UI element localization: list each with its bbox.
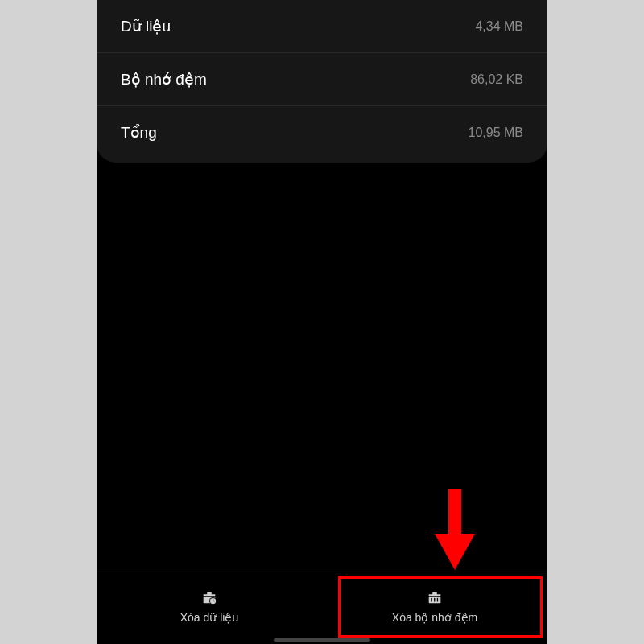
storage-label: Tổng [121,123,157,142]
navigation-handle[interactable] [274,638,370,642]
storage-value: 10,95 MB [469,126,523,140]
bottom-action-bar: Xóa dữ liệu Xóa bộ nhớ đệm [97,568,547,644]
storage-value: 86,02 KB [470,72,523,87]
svg-rect-9 [448,489,461,538]
svg-marker-10 [435,534,475,570]
broom-clock-icon [200,588,218,606]
clear-data-button[interactable]: Xóa dữ liệu [97,568,322,644]
svg-rect-7 [434,598,435,602]
clear-cache-label: Xóa bộ nhớ đệm [392,611,477,624]
storage-row-data: Dữ liệu 4,34 MB [97,0,547,53]
storage-row-cache: Bộ nhớ đệm 86,02 KB [97,53,547,106]
annotation-arrow [435,489,475,570]
storage-info-panel: Dữ liệu 4,34 MB Bộ nhớ đệm 86,02 KB Tổng… [97,0,547,163]
clear-cache-button[interactable]: Xóa bộ nhớ đệm [322,568,547,644]
svg-rect-4 [213,601,215,601]
storage-value: 4,34 MB [475,19,523,34]
clear-data-label: Xóa dữ liệu [180,611,238,624]
phone-screen: Dữ liệu 4,34 MB Bộ nhớ đệm 86,02 KB Tổng… [97,0,547,644]
storage-row-total: Tổng 10,95 MB [97,106,547,163]
broom-icon [426,588,444,606]
svg-rect-6 [431,598,431,602]
storage-label: Dữ liệu [121,17,171,35]
svg-rect-8 [437,598,438,602]
storage-label: Bộ nhớ đệm [121,70,207,89]
